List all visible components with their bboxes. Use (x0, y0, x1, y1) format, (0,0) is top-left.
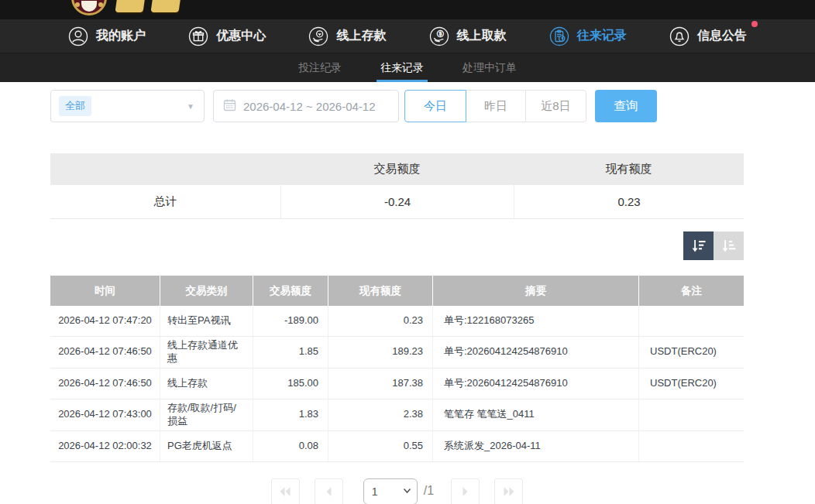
top-strip (0, 0, 815, 19)
quick-range-group: 今日 昨日 近8日 (404, 90, 586, 122)
user-icon (68, 26, 88, 46)
cell-note: USDT(ERC20) (638, 369, 744, 399)
filter-row: 全部 ▼ 2026-04-12 ~ 2026-04-12 今日 昨日 近8日 查… (50, 90, 744, 122)
cell-time: 2026-04-12 07:43:00 (50, 399, 160, 430)
header-note: 备注 (638, 276, 744, 306)
tab-bar: 投注纪录 往来记录 处理中订单 (0, 53, 815, 82)
table-row: 2026-04-12 07:46:50线上存款185.00187.38单号:20… (50, 369, 744, 399)
tab-label: 往来记录 (380, 61, 424, 75)
records-table-body: 2026-04-12 07:47:20转出至PA视讯-189.000.23单号:… (50, 306, 744, 462)
cell-amount: 0.08 (253, 431, 328, 461)
site-logo[interactable] (71, 0, 107, 15)
records-icon (549, 26, 569, 46)
cell-type: PG老虎机返点 (160, 431, 253, 461)
withdraw-icon: $ (429, 26, 449, 46)
cell-balance: 2.38 (328, 399, 432, 430)
records-table-header: 时间 交易类别 交易额度 现有额度 摘要 备注 (50, 276, 744, 306)
total-pages-label: /1 (424, 484, 434, 498)
search-button[interactable]: 查询 (595, 90, 657, 122)
table-row: 2026-04-12 02:00:32PG老虎机返点0.080.55系统派发_2… (50, 431, 744, 462)
page-select[interactable]: 1 (363, 478, 418, 504)
today-button[interactable]: 今日 (404, 90, 466, 122)
calendar-icon (223, 98, 236, 114)
logo-gold-text (150, 0, 181, 12)
selected-type-tag[interactable]: 全部 (59, 96, 91, 116)
notification-dot (751, 21, 758, 27)
nav-item-transaction-records[interactable]: 往来记录 (549, 26, 627, 46)
summary-table: 交易额度 现有额度 总计 -0.24 0.23 (50, 153, 744, 219)
previous-page-button[interactable] (315, 478, 343, 504)
header-type: 交易类别 (160, 276, 253, 306)
last-8-days-button[interactable]: 近8日 (525, 90, 586, 122)
cell-type: 线上存款通道优惠 (160, 337, 253, 368)
nav-item-label: 信息公告 (697, 28, 747, 44)
transaction-type-select[interactable]: 全部 ▼ (50, 90, 205, 122)
nav-item-online-withdrawal[interactable]: $ 线上取款 (429, 26, 507, 46)
cell-balance: 187.38 (328, 369, 432, 399)
logo-dot (75, 2, 80, 7)
deposit-icon (308, 26, 328, 46)
summary-header-blank (50, 153, 280, 185)
next-page-button[interactable] (451, 478, 480, 504)
cell-type: 转出至PA视讯 (160, 306, 253, 336)
cell-amount: -189.00 (253, 306, 328, 336)
cell-balance: 0.55 (328, 431, 432, 461)
cell-type: 线上存款 (160, 369, 253, 399)
yesterday-button[interactable]: 昨日 (466, 90, 526, 122)
summary-transaction-value: -0.24 (280, 185, 514, 218)
cell-note (638, 306, 744, 336)
page-content: 全部 ▼ 2026-04-12 ~ 2026-04-12 今日 昨日 近8日 查… (0, 82, 744, 504)
nav-item-label: 线上取款 (457, 28, 507, 44)
logo-gold-text (115, 0, 145, 12)
tab-transaction-records[interactable]: 往来记录 (379, 53, 425, 82)
cell-time: 2026-04-12 02:00:32 (50, 431, 160, 461)
nav-item-label: 往来记录 (577, 28, 627, 44)
main-nav: 我的账户 优惠中心 线上存款 $ 线上取款 (0, 19, 815, 53)
chevron-down-icon: ▼ (187, 102, 194, 111)
first-page-button[interactable] (271, 478, 300, 504)
cell-summary: 系统派发_2026-04-11 (432, 431, 638, 461)
cell-summary: 单号:202604124254876910 (432, 369, 638, 399)
cell-balance: 189.23 (328, 337, 432, 368)
cell-note (638, 431, 744, 461)
cell-amount: 1.85 (253, 337, 328, 368)
nav-item-online-deposit[interactable]: 线上存款 (308, 26, 386, 46)
summary-total-label: 总计 (50, 185, 280, 218)
summary-total-row: 总计 -0.24 0.23 (50, 185, 744, 219)
header-amount: 交易额度 (253, 276, 328, 306)
tab-label: 处理中订单 (463, 61, 517, 75)
nav-item-label: 我的账户 (96, 28, 146, 44)
tab-label: 投注纪录 (298, 61, 342, 75)
date-range-input[interactable]: 2026-04-12 ~ 2026-04-12 (213, 90, 399, 122)
bell-icon (669, 26, 689, 46)
cell-note: USDT(ERC20) (638, 337, 744, 368)
logo-dot (98, 2, 103, 7)
cell-amount: 185.00 (253, 369, 328, 399)
nav-item-label: 优惠中心 (216, 28, 266, 44)
cell-summary: 单号:202604124254876910 (432, 337, 638, 368)
cell-balance: 0.23 (328, 306, 432, 336)
nav-item-label: 线上存款 (336, 28, 386, 44)
cell-time: 2026-04-12 07:47:20 (50, 306, 160, 336)
table-row: 2026-04-12 07:46:50线上存款通道优惠1.85189.23单号:… (50, 337, 744, 369)
header-time: 时间 (50, 276, 160, 306)
header-summary: 摘要 (432, 276, 638, 306)
logo-mascot (81, 1, 97, 12)
date-range-value: 2026-04-12 ~ 2026-04-12 (243, 100, 376, 113)
summary-balance-value: 0.23 (514, 185, 744, 218)
nav-item-promotions[interactable]: 优惠中心 (188, 26, 266, 46)
header-balance: 现有额度 (328, 276, 432, 306)
nav-item-announcements[interactable]: 信息公告 (669, 26, 747, 46)
sort-controls (50, 231, 744, 260)
nav-item-my-account[interactable]: 我的账户 (68, 26, 146, 46)
tab-betting-records[interactable]: 投注纪录 (297, 53, 343, 82)
sort-descending-button[interactable] (683, 231, 714, 260)
tab-processing-orders[interactable]: 处理中订单 (461, 53, 518, 82)
sort-ascending-button[interactable] (714, 231, 744, 260)
cell-type: 存款/取款/打码/损益 (160, 399, 253, 430)
cell-note (638, 399, 744, 430)
page-select-wrap: 1 (363, 478, 418, 504)
summary-header-balance: 现有额度 (514, 153, 744, 185)
cell-time: 2026-04-12 07:46:50 (50, 337, 160, 368)
last-page-button[interactable] (494, 478, 523, 504)
